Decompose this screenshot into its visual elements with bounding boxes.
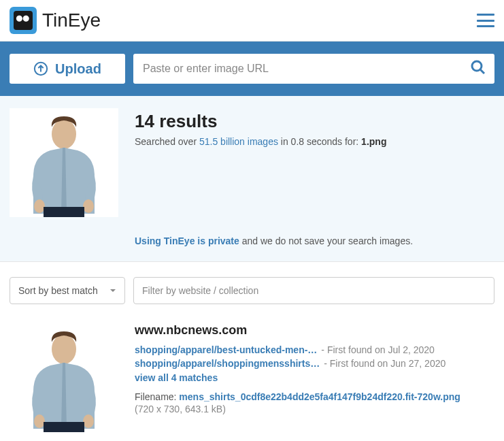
search-button[interactable] [470, 59, 486, 78]
search-icon [470, 59, 486, 76]
match-date: - First found on Jul 2, 2020 [321, 344, 435, 355]
filter-input[interactable] [133, 277, 494, 304]
url-input[interactable] [133, 54, 494, 84]
upload-icon [33, 61, 48, 76]
upload-button[interactable]: Upload [10, 54, 125, 84]
match-row: shopping/apparel/shoppingmensshirts… - F… [135, 358, 494, 369]
result-thumbnail[interactable] [10, 323, 118, 432]
sort-select[interactable]: Sort by best match [10, 277, 125, 304]
privacy-note: Using TinEye is private and we do not sa… [135, 235, 494, 246]
results-count: 14 results [135, 111, 494, 132]
match-link[interactable]: shopping/apparel/shoppingmensshirts… [135, 358, 320, 369]
result-domain[interactable]: www.nbcnews.com [135, 323, 494, 338]
upload-label: Upload [55, 61, 101, 77]
privacy-link[interactable]: Using TinEye is private [135, 235, 239, 246]
result-dimensions: (720 x 730, 643.1 kB) [135, 404, 494, 414]
match-link[interactable]: shopping/apparel/best-untucked-men-… [135, 344, 317, 355]
match-row: shopping/apparel/best-untucked-men-… - F… [135, 344, 494, 355]
filename-line: Filename: mens_shirts_0cdf8e22b4dd2e5fa4… [135, 391, 494, 402]
filename-link[interactable]: mens_shirts_0cdf8e22b4dd2e5fa4f147f9b24d… [179, 391, 460, 402]
logo[interactable]: TinEye [10, 7, 101, 34]
brand-name: TinEye [42, 10, 101, 31]
search-stats: Searched over 51.5 billion images in 0.8… [135, 136, 494, 147]
query-thumbnail [10, 108, 118, 217]
match-date: - First found on Jun 27, 2020 [324, 358, 446, 369]
view-all-link[interactable]: view all 4 matches [135, 372, 218, 383]
svg-point-6 [472, 61, 482, 71]
logo-mark-icon [10, 7, 37, 34]
index-size-link[interactable]: 51.5 billion images [199, 136, 278, 147]
chevron-down-icon [110, 287, 116, 294]
sort-label: Sort by best match [18, 285, 98, 296]
menu-icon[interactable] [477, 14, 494, 27]
